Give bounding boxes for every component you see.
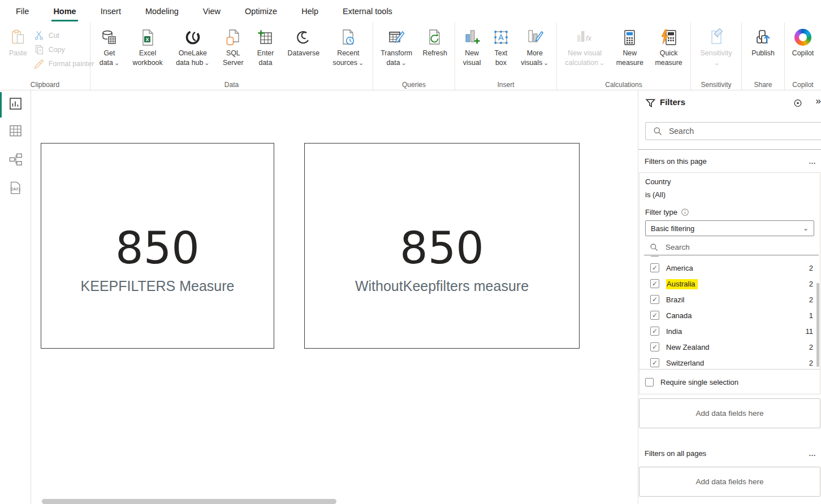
copilot-label: Copilot <box>792 49 814 58</box>
require-single-selection-row[interactable]: Require single selection <box>639 374 820 390</box>
horizontal-scrollbar[interactable] <box>42 499 336 504</box>
card-visual-keepfilters[interactable]: 850 KEEPFILTERS Measure <box>41 143 274 349</box>
filter-value-row-australia[interactable]: Australia 2 <box>639 276 820 292</box>
model-view-icon <box>8 152 23 167</box>
chevron-down-icon: ⌄ <box>714 59 719 66</box>
checkbox-checked[interactable] <box>650 311 659 320</box>
svg-text:A: A <box>498 33 504 42</box>
sql-server-button[interactable]: SQL Server <box>222 26 245 68</box>
more-options-icon[interactable]: … <box>809 449 816 458</box>
text-box-label-2: box <box>495 58 507 68</box>
eye-icon[interactable] <box>793 98 803 108</box>
filter-value-row-select-all[interactable]: Select all <box>639 256 820 260</box>
values-list-scrollbar[interactable] <box>816 283 819 367</box>
filter-type-dropdown[interactable]: Basic filtering ⌄ <box>645 220 814 236</box>
enter-data-icon <box>257 27 274 48</box>
checkbox-checked[interactable] <box>650 263 659 272</box>
model-view-button[interactable] <box>8 152 23 167</box>
filter-value-row-new-zealand[interactable]: New Zealand 2 <box>639 339 820 355</box>
checkbox-unchecked[interactable] <box>645 378 654 386</box>
menu-home[interactable]: Home <box>53 7 76 16</box>
menu-help[interactable]: Help <box>301 7 318 16</box>
more-visuals-button[interactable]: More visuals⌄ <box>520 26 550 68</box>
publish-button[interactable]: Publish <box>750 26 776 68</box>
collapse-pane-icon[interactable]: » <box>816 95 821 107</box>
filters-search-input[interactable]: Search <box>645 122 821 140</box>
checkbox-checked[interactable] <box>650 256 659 257</box>
dataverse-label: Dataverse <box>288 49 319 58</box>
filter-value-row-america[interactable]: America 2 <box>639 260 820 276</box>
sql-server-icon <box>224 27 242 48</box>
add-data-fields-dropzone-all-pages[interactable]: Add data fields here <box>639 467 820 497</box>
quick-measure-label-1: Quick <box>660 49 678 58</box>
filter-value-row-switzerland[interactable]: Switzerland 2 <box>639 355 820 368</box>
report-view-button[interactable] <box>8 96 23 111</box>
value-label: America <box>666 264 693 272</box>
get-data-button[interactable]: Get data⌄ <box>98 26 120 68</box>
copilot-button[interactable]: Copilot <box>791 26 815 68</box>
filter-values-search-input[interactable]: Search <box>644 240 819 255</box>
text-box-button[interactable]: A Text box <box>491 26 511 68</box>
table-view-button[interactable] <box>8 123 23 138</box>
paste-button: Paste <box>8 26 28 59</box>
report-view-icon <box>8 96 23 111</box>
filter-funnel-icon <box>645 98 656 108</box>
more-options-icon[interactable]: … <box>809 157 816 166</box>
checkbox-checked[interactable] <box>650 279 659 288</box>
section-title: Filters on all pages <box>645 449 809 458</box>
filters-pane-header: Filters » <box>638 90 821 115</box>
report-canvas[interactable]: 850 KEEPFILTERS Measure 850 WithoutKeepf… <box>31 90 638 504</box>
menu-optimize[interactable]: Optimize <box>245 7 277 16</box>
onelake-data-hub-button[interactable]: OneLake data hub⌄ <box>175 26 210 68</box>
menu-insert[interactable]: Insert <box>101 7 121 16</box>
copy-icon <box>34 44 45 55</box>
quick-measure-button[interactable]: Quick measure <box>654 26 683 68</box>
dax-query-view-button[interactable]: DAX <box>8 180 23 195</box>
sql-label-2: Server <box>223 58 244 68</box>
group-label-queries: Queries <box>373 81 455 89</box>
enter-data-button[interactable]: Enter data <box>256 26 275 68</box>
refresh-button[interactable]: Refresh <box>421 26 448 68</box>
card-value: 850 <box>115 226 200 270</box>
value-label: India <box>666 327 682 336</box>
get-data-label-2: data <box>100 59 113 67</box>
menu-file[interactable]: File <box>16 7 29 16</box>
excel-workbook-button[interactable]: X Excel workbook <box>132 26 164 68</box>
chevron-down-icon: ⌄ <box>803 224 809 232</box>
group-label-insert: Insert <box>455 81 556 89</box>
ribbon-group-insert: New visual A Text box <box>455 23 557 90</box>
transform-data-button[interactable]: Transform data⌄ <box>379 26 413 68</box>
transform-data-icon <box>387 27 405 48</box>
format-painter-icon <box>34 58 45 69</box>
quick-measure-label-2: measure <box>655 58 682 68</box>
filter-value-row-india[interactable]: India 11 <box>639 323 820 339</box>
group-label-copilot: Copilot <box>785 81 821 89</box>
card-visual-withoutkeepfilters[interactable]: 850 WithoutKeepfilters measure <box>304 143 580 349</box>
search-placeholder: Search <box>666 243 690 251</box>
value-count: 2 <box>809 359 813 367</box>
info-icon[interactable] <box>681 208 689 216</box>
publish-icon <box>754 27 772 48</box>
transform-data-label-2: data <box>386 59 400 67</box>
filter-value-row-brazil[interactable]: Brazil 2 <box>639 292 820 307</box>
menu-external-tools[interactable]: External tools <box>343 7 392 16</box>
card-value: 850 <box>400 226 484 270</box>
new-visual-button[interactable]: New visual <box>462 26 482 68</box>
dataverse-button[interactable]: Dataverse <box>287 26 321 68</box>
new-measure-button[interactable]: New measure <box>615 26 645 68</box>
add-data-fields-dropzone-this-page[interactable]: Add data fields here <box>639 398 820 428</box>
menu-view[interactable]: View <box>203 7 221 16</box>
recent-sources-button[interactable]: Recent sources⌄ <box>332 26 365 68</box>
new-visual-calc-label-2: calculation <box>565 59 598 67</box>
checkbox-checked[interactable] <box>650 295 659 304</box>
checkbox-checked[interactable] <box>650 358 659 367</box>
menu-modeling[interactable]: Modeling <box>145 7 179 16</box>
checkbox-checked[interactable] <box>650 327 659 336</box>
new-measure-label-2: measure <box>616 58 643 68</box>
new-visual-label-1: New <box>465 49 479 58</box>
group-label-data: Data <box>90 81 373 89</box>
filters-on-this-page-section: Filters on this page … <box>645 155 816 167</box>
paste-label: Paste <box>9 49 27 58</box>
filter-value-row-canada[interactable]: Canada 1 <box>639 307 820 323</box>
checkbox-checked[interactable] <box>650 342 659 351</box>
